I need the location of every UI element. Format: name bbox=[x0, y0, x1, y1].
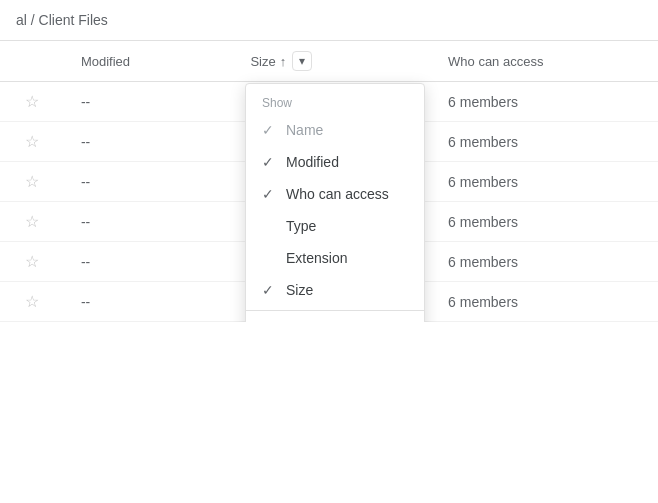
who-cell: 6 members bbox=[432, 202, 658, 242]
star-cell[interactable]: ☆ bbox=[0, 242, 65, 282]
modified-label: Modified bbox=[286, 154, 339, 170]
modified-cell: -- bbox=[65, 162, 234, 202]
sort-arrow-icon: ↑ bbox=[280, 54, 287, 69]
check-icon-name: ✓ bbox=[262, 122, 278, 138]
name-label: Name bbox=[286, 122, 323, 138]
modified-cell: -- bbox=[65, 242, 234, 282]
th-who-can-access: Who can access bbox=[432, 41, 658, 82]
dropdown-item-extension[interactable]: ✓ Extension bbox=[246, 242, 424, 274]
star-cell[interactable]: ☆ bbox=[0, 162, 65, 202]
size-item-label: Size bbox=[286, 282, 313, 298]
type-label: Type bbox=[286, 218, 316, 234]
breadcrumb: al / Client Files bbox=[0, 0, 658, 41]
column-dropdown-menu: Show ✓ Name ✓ Modified ✓ Who can access … bbox=[245, 83, 425, 322]
extension-label: Extension bbox=[286, 250, 347, 266]
dropdown-item-type[interactable]: ✓ Type bbox=[246, 210, 424, 242]
size-dropdown-button[interactable]: ▾ bbox=[292, 51, 312, 71]
size-label: Size bbox=[250, 54, 275, 69]
star-cell[interactable]: ☆ bbox=[0, 202, 65, 242]
who-cell: 6 members bbox=[432, 122, 658, 162]
who-cell: 6 members bbox=[432, 282, 658, 322]
dropdown-item-name[interactable]: ✓ Name bbox=[246, 114, 424, 146]
modified-cell: -- bbox=[65, 202, 234, 242]
star-cell[interactable]: ☆ bbox=[0, 282, 65, 322]
dropdown-item-modified[interactable]: ✓ Modified bbox=[246, 146, 424, 178]
adjust-section-label: Adjust bbox=[246, 315, 424, 322]
star-icon[interactable]: ☆ bbox=[25, 93, 39, 110]
star-cell[interactable]: ☆ bbox=[0, 122, 65, 162]
check-icon-type: ✓ bbox=[262, 218, 278, 234]
dropdown-item-who-can-access[interactable]: ✓ Who can access bbox=[246, 178, 424, 210]
dropdown-item-size[interactable]: ✓ Size bbox=[246, 274, 424, 306]
modified-cell: -- bbox=[65, 82, 234, 122]
star-cell[interactable]: ☆ bbox=[0, 82, 65, 122]
who-cell: 6 members bbox=[432, 162, 658, 202]
th-size[interactable]: Size ↑ ▾ bbox=[234, 41, 432, 82]
modified-cell: -- bbox=[65, 282, 234, 322]
star-icon[interactable]: ☆ bbox=[25, 133, 39, 150]
star-icon[interactable]: ☆ bbox=[25, 293, 39, 310]
dropdown-divider bbox=[246, 310, 424, 311]
check-icon-extension: ✓ bbox=[262, 250, 278, 266]
th-star bbox=[0, 41, 65, 82]
star-icon[interactable]: ☆ bbox=[25, 253, 39, 270]
th-modified: Modified bbox=[65, 41, 234, 82]
who-cell: 6 members bbox=[432, 242, 658, 282]
modified-cell: -- bbox=[65, 122, 234, 162]
breadcrumb-text: al / Client Files bbox=[16, 12, 108, 28]
check-icon-modified: ✓ bbox=[262, 154, 278, 170]
show-section-label: Show bbox=[246, 88, 424, 114]
star-icon[interactable]: ☆ bbox=[25, 213, 39, 230]
who-can-access-label: Who can access bbox=[286, 186, 389, 202]
check-icon-size: ✓ bbox=[262, 282, 278, 298]
who-cell: 6 members bbox=[432, 82, 658, 122]
star-icon[interactable]: ☆ bbox=[25, 173, 39, 190]
check-icon-who: ✓ bbox=[262, 186, 278, 202]
